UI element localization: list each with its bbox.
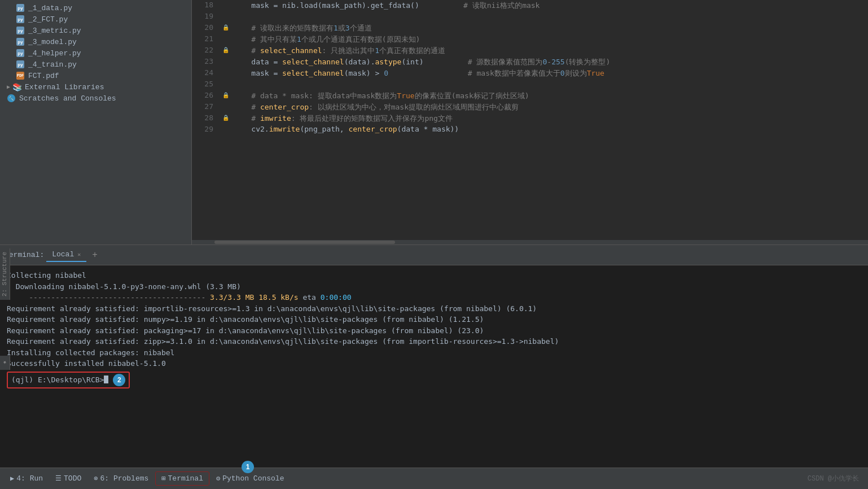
py-file-icon: py	[16, 49, 25, 58]
line-code: # center_crop: 以病灶区域为中心，对mask提取的病灶区域周围进行…	[231, 102, 868, 113]
python-console-label: Python Console	[222, 474, 284, 483]
favorites-label: ★	[1, 359, 8, 366]
code-line: 26🔒 # data * mask: 提取data中mask数据为True的像素…	[192, 90, 868, 102]
structure-tab[interactable]: 2: Structure	[0, 248, 10, 300]
code-content[interactable]: 18 mask = nib.load(mask_path).get_fdata(…	[192, 0, 868, 240]
bottom-toolbar: ▶ 4: Run ☰ TODO ⊗ 6: Problems ⊞ Terminal…	[0, 468, 868, 489]
annotation-circle-1: 1	[242, 461, 254, 473]
line-code: # 读取出来的矩阵数据有1或3个通道	[231, 23, 868, 34]
python-console-button[interactable]: ⚙ Python Console	[211, 472, 290, 485]
todo-label: TODO	[64, 474, 81, 483]
code-line: 23 data = select_channel(data).astype(in…	[192, 56, 868, 68]
line-number: 25	[192, 79, 220, 90]
line-number: 19	[192, 11, 220, 23]
terminal-line: Requirement already satisfied: zipp>=3.1…	[7, 336, 861, 347]
code-line: 22🔒 # select_channel: 只挑选出其中1个真正有数据的通道	[192, 45, 868, 56]
code-line: 29 cv2.imwrite(png_path, center_crop(dat…	[192, 124, 868, 136]
terminal-close-btn[interactable]: ✕	[77, 251, 81, 258]
line-number: 22	[192, 45, 220, 56]
line-code: # data * mask: 提取data中mask数据为True的像素位置(m…	[231, 90, 868, 102]
code-line: 19	[192, 11, 868, 23]
sidebar-item[interactable]: ▶📚External Libraries	[0, 81, 191, 93]
favorites-tab[interactable]: ★	[0, 356, 10, 370]
run-label: 4: Run	[16, 474, 43, 483]
sidebar: py_1_data.pypy_2_FCT.pypy_3_metric.pypy_…	[0, 0, 192, 244]
sidebar-item[interactable]: py_3_metric.py	[0, 25, 191, 36]
line-gutter: 🔒	[220, 23, 231, 34]
sidebar-item[interactable]: py_4_helper.py	[0, 47, 191, 59]
code-line: 25	[192, 79, 868, 90]
py-file-icon: py	[16, 37, 25, 46]
python-console-icon: ⚙	[216, 474, 220, 483]
sidebar-item[interactable]: PDFFCT.pdf	[0, 70, 191, 81]
sidebar-item[interactable]: py_2_FCT.py	[0, 14, 191, 25]
terminal-line: Requirement already satisfied: packaging…	[7, 325, 861, 337]
line-number: 29	[192, 124, 220, 136]
sidebar-item-label: _3_metric.py	[28, 27, 81, 35]
sidebar-item-label: External Libraries	[25, 83, 104, 91]
py-file-icon: py	[16, 60, 25, 69]
sidebar-item-label: FCT.pdf	[28, 72, 59, 80]
sidebar-item[interactable]: py_1_data.py	[0, 2, 191, 14]
breakpoint-icon: 🔒	[222, 115, 229, 121]
line-number: 20	[192, 23, 220, 34]
line-gutter: 🔒	[220, 45, 231, 56]
sidebar-item-label: _4_helper.py	[28, 49, 81, 58]
terminal-cursor	[104, 376, 108, 383]
line-gutter: 🔒	[220, 90, 231, 102]
terminal-tab-local[interactable]: Local ✕	[46, 248, 86, 262]
line-code: data = select_channel(data).astype(int) …	[231, 56, 868, 68]
breakpoint-icon: 🔒	[222, 93, 229, 99]
line-number: 18	[192, 0, 220, 11]
annotation-circle-2: 2	[113, 374, 125, 386]
sidebar-item-label: _2_FCT.py	[28, 15, 68, 24]
sidebar-item[interactable]: 🔧Scratches and Consoles	[0, 93, 191, 104]
terminal-add-tab-btn[interactable]: +	[89, 249, 101, 261]
terminal-button[interactable]: ⊞ Terminal 1	[155, 471, 209, 486]
terminal-tabs: Terminal: Local ✕ +	[0, 245, 868, 265]
py-file-icon: py	[16, 15, 25, 24]
terminal-toolbar-label: Terminal	[168, 474, 203, 483]
run-icon: ▶	[10, 474, 14, 483]
line-code: # 其中只有某1个或几个通道真正有数据(原因未知)	[231, 34, 868, 45]
sidebar-item-label: Scratches and Consoles	[19, 94, 116, 103]
sidebar-item[interactable]: py_3_model.py	[0, 36, 191, 47]
ext-lib-icon: 📚	[12, 82, 21, 91]
code-line: 27 # center_crop: 以病灶区域为中心，对mask提取的病灶区域周…	[192, 102, 868, 113]
terminal-line: Installing collected packages: nibabel	[7, 347, 861, 359]
breakpoint-icon: 🔒	[222, 47, 229, 54]
code-line: 21 # 其中只有某1个或几个通道真正有数据(原因未知)	[192, 34, 868, 45]
line-gutter: 🔒	[220, 113, 231, 124]
horizontal-scrollbar[interactable]	[192, 240, 868, 244]
todo-icon: ☰	[55, 474, 62, 483]
editor-area: 18 mask = nib.load(mask_path).get_fdata(…	[192, 0, 868, 244]
line-number: 24	[192, 68, 220, 79]
line-gutter	[220, 79, 231, 90]
problems-label: 6: Problems	[100, 474, 149, 483]
py-file-icon: py	[16, 26, 25, 35]
sidebar-item[interactable]: py_4_train.py	[0, 59, 191, 70]
sidebar-item-label: _1_data.py	[28, 4, 72, 12]
terminal-panel: Terminal: Local ✕ + Collecting nibabel D…	[0, 244, 868, 468]
terminal-line: Requirement already satisfied: numpy>=1.…	[7, 314, 861, 325]
run-button[interactable]: ▶ 4: Run	[5, 472, 49, 485]
terminal-line: Collecting nibabel	[7, 270, 861, 281]
todo-button[interactable]: ☰ TODO	[50, 472, 87, 485]
terminal-line: (qjl) E:\Desktop\RCB>2	[7, 372, 130, 388]
line-code	[231, 11, 868, 23]
terminal-prompt: (qjl) E:\Desktop\RCB>	[11, 375, 104, 383]
code-line: 28🔒 # imwrite: 将最后处理好的矩阵数据写入并保存为png文件	[192, 113, 868, 124]
line-number: 28	[192, 113, 220, 124]
line-number: 26	[192, 90, 220, 102]
line-gutter	[220, 124, 231, 136]
line-code: mask = nib.load(mask_path).get_fdata() #…	[231, 0, 868, 11]
sidebar-item-label: _4_train.py	[28, 60, 77, 69]
py-file-icon: py	[16, 3, 25, 12]
app-window: py_1_data.pypy_2_FCT.pypy_3_metric.pypy_…	[0, 0, 868, 489]
terminal-output[interactable]: Collecting nibabel Downloading nibabel-5…	[0, 265, 868, 468]
problems-button[interactable]: ⊗ 6: Problems	[88, 472, 154, 485]
problems-icon: ⊗	[94, 474, 98, 483]
code-line: 20🔒 # 读取出来的矩阵数据有1或3个通道	[192, 23, 868, 34]
code-line: 18 mask = nib.load(mask_path).get_fdata(…	[192, 0, 868, 11]
line-number: 21	[192, 34, 220, 45]
